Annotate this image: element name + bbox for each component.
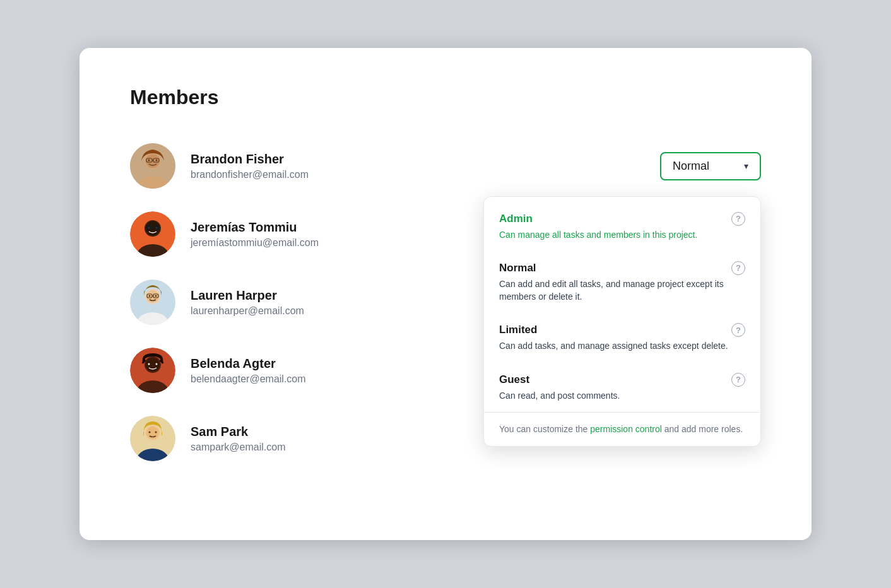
role-desc-admin: Can manage all tasks and members in this… bbox=[499, 228, 745, 241]
svg-point-25 bbox=[155, 295, 157, 297]
svg-point-4 bbox=[148, 160, 150, 162]
avatar bbox=[130, 416, 175, 461]
main-window: Members bbox=[80, 48, 811, 540]
role-desc-normal: Can add and edit all tasks, and manage p… bbox=[499, 278, 745, 303]
role-desc-guest: Can read, and post comments. bbox=[499, 389, 745, 402]
avatar bbox=[130, 211, 175, 257]
avatar bbox=[130, 348, 175, 393]
member-row: Brandon Fisher brandonfisher@email.com N… bbox=[130, 132, 761, 200]
role-title-normal: Normal bbox=[499, 262, 536, 274]
svg-point-5 bbox=[156, 160, 158, 162]
chevron-down-icon: ▾ bbox=[744, 161, 748, 171]
role-title-admin: Admin bbox=[499, 213, 533, 225]
role-dropdown-button[interactable]: Normal ▾ bbox=[660, 152, 761, 180]
svg-point-40 bbox=[155, 432, 157, 433]
members-list: Brandon Fisher brandonfisher@email.com N… bbox=[130, 132, 761, 473]
svg-rect-15 bbox=[146, 225, 152, 230]
role-title-limited: Limited bbox=[499, 324, 537, 336]
page-title: Members bbox=[130, 86, 761, 109]
role-option-normal[interactable]: Normal ? Can add and edit all tasks, and… bbox=[484, 251, 760, 314]
role-title-guest: Guest bbox=[499, 373, 529, 386]
help-icon-guest[interactable]: ? bbox=[731, 373, 745, 387]
role-dropdown-value: Normal bbox=[673, 160, 709, 173]
svg-point-33 bbox=[148, 363, 150, 365]
svg-rect-16 bbox=[153, 225, 160, 230]
svg-point-24 bbox=[149, 295, 151, 297]
member-email: brandonfisher@email.com bbox=[191, 169, 660, 180]
svg-point-39 bbox=[149, 432, 151, 433]
avatar bbox=[130, 279, 175, 325]
role-dropdown-menu: Admin ? Can manage all tasks and members… bbox=[483, 196, 761, 447]
member-info: Brandon Fisher brandonfisher@email.com bbox=[191, 152, 660, 180]
member-name: Brandon Fisher bbox=[191, 152, 660, 167]
role-desc-limited: Can add tasks, and manage assigned tasks… bbox=[499, 339, 745, 352]
avatar bbox=[130, 143, 175, 189]
role-option-admin[interactable]: Admin ? Can manage all tasks and members… bbox=[484, 202, 760, 251]
role-option-guest[interactable]: Guest ? Can read, and post comments. bbox=[484, 363, 760, 412]
help-icon-normal[interactable]: ? bbox=[731, 261, 745, 275]
role-option-limited[interactable]: Limited ? Can add tasks, and manage assi… bbox=[484, 313, 760, 362]
help-icon-admin[interactable]: ? bbox=[731, 212, 745, 226]
svg-point-34 bbox=[156, 363, 158, 365]
dropdown-footer: You can customize the permission control… bbox=[484, 412, 760, 446]
help-icon-limited[interactable]: ? bbox=[731, 323, 745, 337]
permission-control-link[interactable]: permission control bbox=[590, 424, 662, 434]
